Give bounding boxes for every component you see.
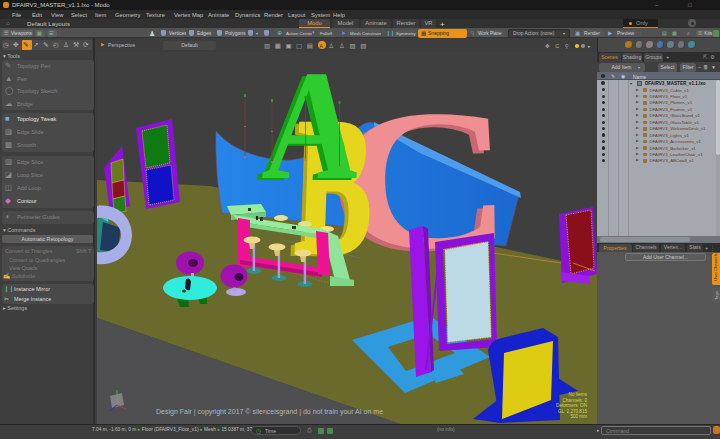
svg-text:Deformers: ON: Deformers: ON (556, 403, 587, 408)
svg-text:Design Fair | copyright 2017: Design Fair | copyright 2017 © silenceis… (156, 408, 383, 416)
svg-text:500 mm: 500 mm (570, 414, 587, 419)
svg-text:A: A (259, 52, 368, 212)
svg-text:GL: 2,270,815: GL: 2,270,815 (558, 409, 588, 414)
svg-text:Channels: 0: Channels: 0 (562, 398, 587, 403)
svg-text:No Items: No Items (569, 392, 588, 397)
